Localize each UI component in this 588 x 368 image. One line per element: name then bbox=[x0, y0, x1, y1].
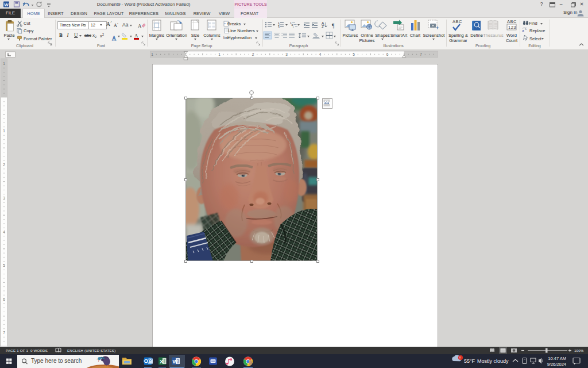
svg-text:5: 5 bbox=[353, 52, 355, 56]
svg-text:1: 1 bbox=[218, 52, 220, 56]
svg-text:1: 1 bbox=[151, 52, 153, 56]
svg-text:2: 2 bbox=[3, 163, 5, 167]
svg-text:!: ! bbox=[459, 356, 461, 360]
svg-text:1: 1 bbox=[3, 129, 5, 133]
svg-text:W: W bbox=[173, 358, 178, 365]
svg-text:6: 6 bbox=[386, 52, 389, 56]
svg-text:2: 2 bbox=[252, 52, 254, 56]
svg-text:X: X bbox=[160, 358, 164, 365]
svg-text:4: 4 bbox=[319, 52, 322, 56]
svg-text:1: 1 bbox=[3, 62, 5, 66]
svg-text:5: 5 bbox=[3, 263, 5, 267]
svg-text:4: 4 bbox=[3, 230, 5, 234]
svg-text:7: 7 bbox=[3, 331, 5, 335]
svg-text:3: 3 bbox=[3, 196, 5, 200]
svg-text:7: 7 bbox=[420, 52, 422, 56]
svg-text:3: 3 bbox=[285, 52, 288, 56]
svg-text:6: 6 bbox=[3, 297, 5, 301]
